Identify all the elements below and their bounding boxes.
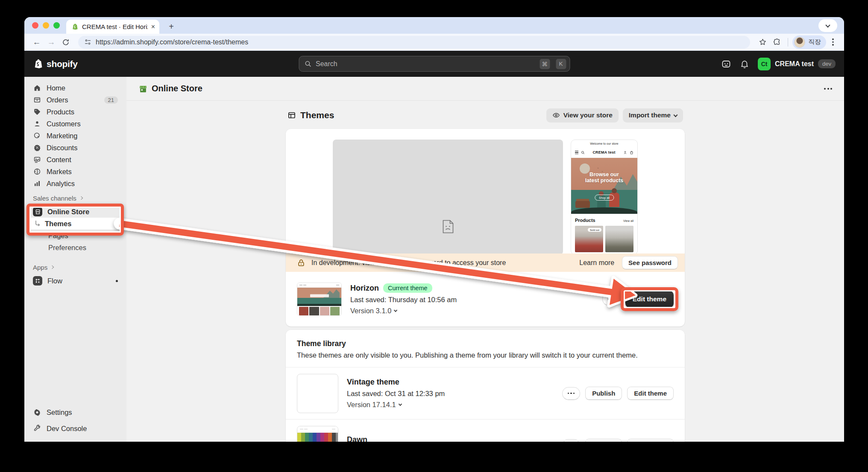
edit-theme-button[interactable]: Edit theme <box>627 387 674 400</box>
theme-version-dropdown[interactable]: Version 3.1.0 <box>350 307 457 315</box>
theme-version-dropdown[interactable]: Version 17.14.1 <box>347 401 445 409</box>
desktop-preview-broken <box>333 140 563 255</box>
theme-more-button[interactable] <box>562 439 580 442</box>
svg-text:$: $ <box>37 170 38 173</box>
chevron-down-icon <box>398 402 402 406</box>
discounts-icon <box>33 143 41 152</box>
sidebar-item-analytics[interactable]: Analytics <box>28 178 123 189</box>
sidebar-item-markets[interactable]: $ Markets <box>28 166 123 178</box>
sidebar-item-label: Home <box>47 84 65 92</box>
url-bar[interactable]: https://admin.shopify.com/store/crema-te… <box>78 36 750 49</box>
browser-window: CREMA test · Edit Horizon · S × + ← → ht… <box>24 17 844 442</box>
puzzle-icon <box>773 38 781 46</box>
sidebar-item-label: Marketing <box>47 132 77 140</box>
sidebar-item-dev-console[interactable]: Dev Console <box>28 422 123 435</box>
chevron-down-icon <box>825 23 830 27</box>
sidebar-item-orders[interactable]: Orders 21 <box>28 94 123 106</box>
sidebar-item-content[interactable]: Content <box>28 154 123 166</box>
eye-icon <box>552 111 560 119</box>
desktop-background: CREMA test · Edit Horizon · S × + ← → ht… <box>0 0 868 472</box>
bookmark-star-button[interactable] <box>756 36 769 49</box>
reload-button[interactable] <box>59 36 72 49</box>
theme-more-button[interactable] <box>562 387 580 400</box>
theme-last-saved: Last saved: Thursday at 10:56 am <box>350 296 457 304</box>
theme-version-text: Version 17.14.1 <box>347 401 396 409</box>
dawn-theme-thumbnail <box>297 426 338 442</box>
sidebar-item-themes[interactable]: Themes <box>28 218 123 230</box>
online-store-icon <box>33 207 42 216</box>
sidebar-item-label: Preferences <box>48 244 86 252</box>
page-header: Online Store <box>126 77 844 101</box>
maximize-window-button[interactable] <box>53 22 60 29</box>
horizon-theme-thumbnail <box>297 283 342 316</box>
development-banner: In development: visitors need the passwo… <box>286 253 685 272</box>
preview-products-section: Products View all Sold out <box>571 214 637 252</box>
view-your-store-button[interactable]: View your store <box>546 108 619 122</box>
preview-store-name: CREMA test <box>587 150 621 154</box>
publish-button[interactable]: Publish <box>585 387 622 400</box>
themes-header-actions: View your store Import theme <box>546 108 683 122</box>
close-window-button[interactable] <box>32 22 38 29</box>
menu-icon <box>575 151 578 154</box>
shopify-topbar: shopify Search ⌘ K Ct CREMA test dev <box>24 51 844 77</box>
new-tab-button[interactable]: + <box>165 20 177 32</box>
sidekick-icon[interactable] <box>721 59 731 69</box>
sidebar-item-products[interactable]: Products <box>28 106 123 118</box>
store-account-chip[interactable]: Ct CREMA test dev <box>758 58 836 70</box>
broken-image-icon <box>443 220 454 233</box>
sidebar-item-home[interactable]: Home <box>28 82 123 94</box>
page-title: Online Store <box>138 84 202 93</box>
url-text: https://admin.shopify.com/store/crema-te… <box>96 38 248 46</box>
view-store-label: View your store <box>563 111 613 119</box>
browser-profile-chip[interactable]: 직장 <box>792 35 826 49</box>
apps-label: Apps <box>33 264 47 271</box>
library-header: Theme library These themes are only visi… <box>286 330 685 367</box>
topbar-right: Ct CREMA test dev <box>721 58 836 70</box>
page-more-button[interactable] <box>824 88 832 90</box>
markets-globe-icon: $ <box>33 167 41 176</box>
apps-header[interactable]: Apps <box>28 262 123 272</box>
browser-menu-button[interactable] <box>828 38 838 46</box>
reload-icon <box>62 38 70 46</box>
learn-more-link[interactable]: Learn more <box>579 259 614 267</box>
notifications-bell-icon[interactable] <box>740 59 749 69</box>
search-icon <box>304 60 311 67</box>
publish-button[interactable]: Publish <box>585 439 622 442</box>
current-theme-badge: Current theme <box>383 283 432 293</box>
minimize-window-button[interactable] <box>43 22 49 29</box>
sidebar-item-customers[interactable]: Customers <box>28 118 123 130</box>
sidebar-item-marketing[interactable]: Marketing <box>28 130 123 142</box>
shopify-logo[interactable]: shopify <box>33 58 78 69</box>
edit-theme-button[interactable]: Edit theme <box>625 291 674 308</box>
sidebar-item-flow[interactable]: Flow <box>28 275 123 287</box>
sidebar-item-discounts[interactable]: Discounts <box>28 142 123 154</box>
preview-product-tile: Sold out <box>575 226 603 252</box>
back-button[interactable]: ← <box>30 36 43 49</box>
sidebar-item-preferences[interactable]: Preferences <box>28 242 123 253</box>
see-password-button[interactable]: See password <box>622 256 678 269</box>
global-search-input[interactable]: Search ⌘ K <box>299 56 570 72</box>
edit-theme-button[interactable]: Edit theme <box>627 439 674 442</box>
profile-avatar <box>794 37 805 48</box>
content-icon <box>33 155 41 164</box>
sales-channels-label: Sales channels <box>33 195 76 202</box>
sidebar-item-label: Online Store <box>47 208 89 216</box>
preview-product-tile <box>605 226 633 252</box>
extensions-button[interactable] <box>771 36 783 49</box>
import-theme-button[interactable]: Import theme <box>623 108 683 122</box>
tab-search-button[interactable] <box>818 19 837 32</box>
tab-close-icon[interactable]: × <box>151 23 155 30</box>
sidebar-item-label: Themes <box>45 220 71 228</box>
theme-more-button[interactable] <box>602 293 620 306</box>
sidebar-item-pages[interactable]: Pages <box>28 230 123 242</box>
current-theme-row: Horizon Current theme Last saved: Thursd… <box>286 272 685 326</box>
forward-button[interactable]: → <box>45 36 58 49</box>
sidebar-item-online-store[interactable]: Online Store <box>28 206 123 218</box>
sales-channels-header[interactable]: Sales channels <box>28 193 123 203</box>
banner-text: In development: visitors need the passwo… <box>311 259 573 267</box>
analytics-bars-icon <box>33 179 41 188</box>
browser-tab[interactable]: CREMA test · Edit Horizon · S × <box>66 20 159 34</box>
themes-header-row: Themes View your store Import theme <box>286 107 685 124</box>
sidebar-item-settings[interactable]: Settings <box>28 406 123 419</box>
sidebar-item-label: Dev Console <box>47 425 87 433</box>
